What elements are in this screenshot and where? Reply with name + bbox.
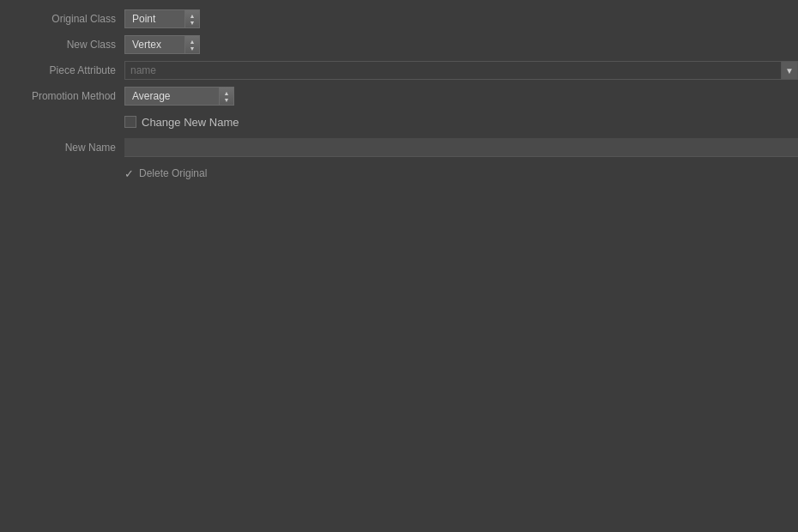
- change-new-name-label: Change New Name: [142, 116, 239, 129]
- down-arrow-icon: ▼: [190, 45, 196, 51]
- change-new-name-area: Change New Name: [124, 116, 239, 129]
- down-arrow-icon: ▼: [190, 20, 196, 26]
- delete-original-checkmark-icon: ✓: [124, 167, 134, 180]
- piece-attr-dropdown: ▼: [124, 61, 798, 80]
- promotion-method-value[interactable]: Average: [124, 87, 219, 106]
- new-class-label: New Class: [0, 39, 124, 51]
- new-class-spinner[interactable]: ▲ ▼: [184, 35, 200, 54]
- change-new-name-checkbox[interactable]: [124, 116, 136, 128]
- delete-original-area: ✓ Delete Original: [124, 167, 207, 180]
- promotion-method-spinner[interactable]: ▲ ▼: [219, 87, 234, 106]
- original-class-row: Original Class Point ▲ ▼: [0, 7, 798, 31]
- change-new-name-row: Change New Name: [0, 110, 798, 134]
- piece-attribute-input[interactable]: [124, 61, 781, 80]
- piece-attribute-row: Piece Attribute ▼: [0, 58, 798, 82]
- up-arrow-icon: ▲: [190, 13, 196, 19]
- original-class-spinner[interactable]: ▲ ▼: [184, 9, 200, 28]
- new-name-row: New Name: [0, 136, 798, 160]
- promotion-method-select-display: Average ▲ ▼: [124, 87, 798, 106]
- original-class-value[interactable]: Point: [124, 9, 184, 28]
- new-name-label: New Name: [0, 142, 124, 154]
- new-class-value[interactable]: Vertex: [124, 35, 184, 54]
- dropdown-arrow-icon: ▼: [785, 66, 794, 76]
- new-class-row: New Class Vertex ▲ ▼: [0, 33, 798, 57]
- piece-attribute-dropdown-arrow[interactable]: ▼: [781, 61, 798, 80]
- piece-attribute-control: ▼: [124, 61, 798, 80]
- original-class-control: Point ▲ ▼: [124, 9, 798, 28]
- delete-original-label: Delete Original: [139, 167, 207, 179]
- new-name-control: [124, 138, 798, 157]
- delete-original-row: ✓ Delete Original: [0, 161, 798, 185]
- new-class-select-display: Vertex ▲ ▼: [124, 35, 798, 54]
- down-arrow-icon: ▼: [224, 97, 230, 103]
- form-container: Original Class Point ▲ ▼ New Class Verte…: [0, 0, 798, 194]
- new-name-input[interactable]: [124, 138, 798, 157]
- piece-attribute-label: Piece Attribute: [0, 64, 124, 76]
- new-class-control: Vertex ▲ ▼: [124, 35, 798, 54]
- original-class-select-display: Point ▲ ▼: [124, 9, 798, 28]
- promotion-method-label: Promotion Method: [0, 90, 124, 102]
- up-arrow-icon: ▲: [190, 39, 196, 45]
- promotion-method-row: Promotion Method Average ▲ ▼: [0, 84, 798, 108]
- promotion-method-control: Average ▲ ▼: [124, 87, 798, 106]
- original-class-label: Original Class: [0, 13, 124, 25]
- up-arrow-icon: ▲: [224, 90, 230, 96]
